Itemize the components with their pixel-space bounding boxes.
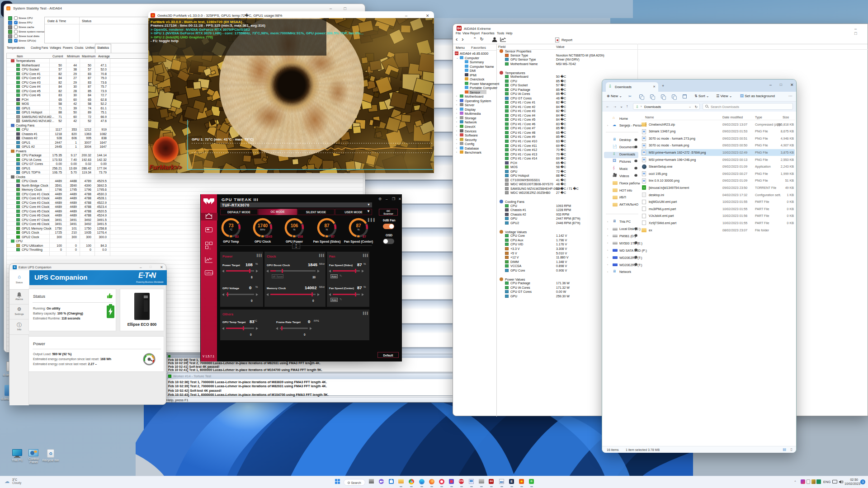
- svg-text:GPU 1: 72°C (min: 41°C - max:: GPU 1: 72°C (min: 41°C - max: 73°C): [192, 137, 254, 141]
